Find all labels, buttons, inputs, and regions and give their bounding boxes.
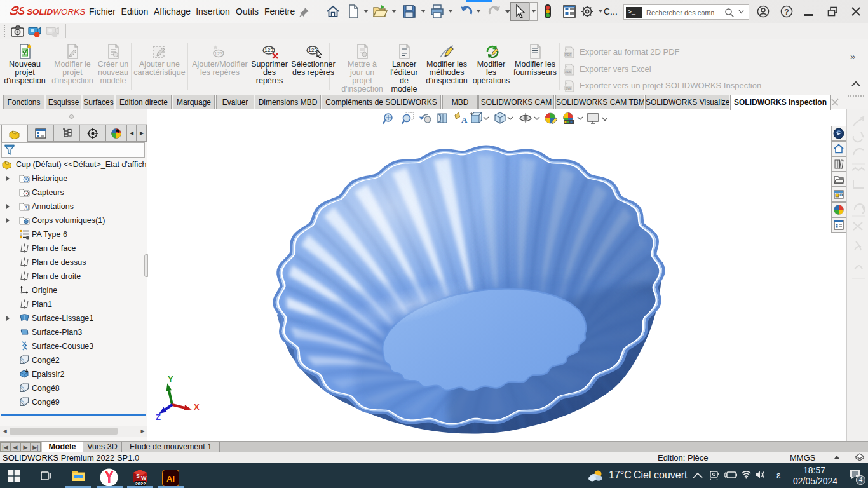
svg-text:W: W [141, 475, 147, 481]
svg-text:X: X [194, 402, 200, 412]
svg-text:Y: Y [168, 374, 173, 384]
svg-text:Ai: Ai [166, 474, 175, 484]
svg-text:Z: Z [156, 412, 161, 422]
svg-text:S: S [136, 473, 140, 479]
